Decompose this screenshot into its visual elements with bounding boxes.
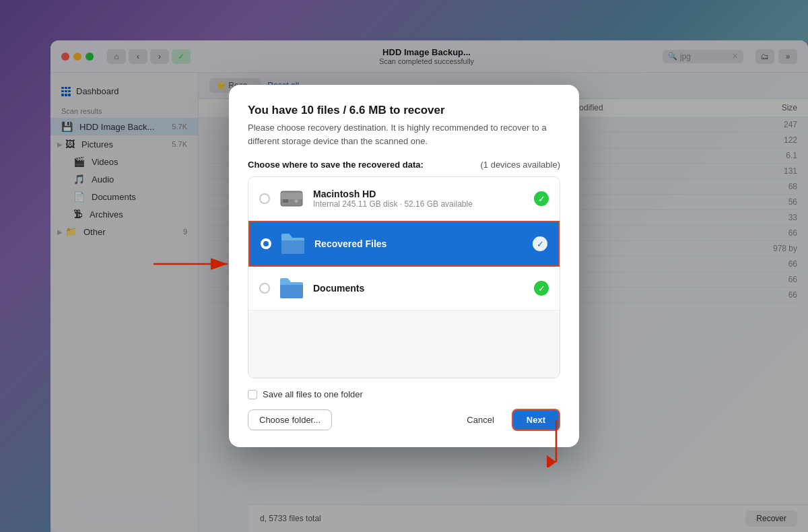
recovered-files-folder-icon [279,230,306,257]
dest-item-macintosh-hd-info: Macintosh HD Internal 245.11 GB disk · 5… [313,189,526,209]
radio-documents[interactable] [259,283,270,294]
dialog-title: You have 10 files / 6.6 MB to recover [248,104,560,117]
svg-rect-5 [281,193,302,199]
destinations-list: Macintosh HD Internal 245.11 GB disk · 5… [248,176,560,378]
action-right: Cancel Next [456,409,560,431]
dialog-subtitle: Please choose recovery destination. It i… [248,121,560,147]
save-to-folder-label: Save all files to one folder [263,389,363,399]
svg-point-7 [295,199,298,203]
recovered-files-check: ✓ [533,236,547,251]
devices-available: (1 devices available) [480,160,560,170]
dialog-overlay: You have 10 files / 6.6 MB to recover Pl… [0,0,808,532]
save-to-folder-checkbox[interactable] [248,390,257,399]
dest-label-text: Choose where to save the recovered data: [248,160,424,170]
empty-dest-area [248,310,560,378]
radio-dot [263,241,269,246]
documents-name: Documents [313,283,526,294]
radio-recovered-files[interactable] [261,238,271,249]
documents-folder-icon [278,275,305,302]
recovered-files-name: Recovered Files [314,238,525,249]
dialog-actions: Choose folder... Cancel Next [248,409,560,431]
macintosh-hd-detail: Internal 245.11 GB disk · 52.16 GB avail… [313,199,526,209]
svg-rect-6 [283,199,288,203]
svg-point-8 [300,201,301,202]
down-arrow-svg [547,420,566,467]
cancel-button[interactable]: Cancel [456,410,504,430]
radio-macintosh-hd[interactable] [259,193,270,204]
left-arrow-annotation [154,255,234,273]
dest-item-recovered-files-info: Recovered Files [314,238,525,249]
macintosh-hd-check: ✓ [534,191,549,206]
documents-check: ✓ [534,281,549,296]
arrow-svg [154,255,234,273]
macintosh-hd-name: Macintosh HD [313,189,526,199]
down-arrow-annotation [547,420,566,470]
dest-item-documents[interactable]: Documents ✓ [248,267,560,310]
recovery-dialog: You have 10 files / 6.6 MB to recover Pl… [229,85,579,447]
dialog-dest-label: Choose where to save the recovered data:… [248,160,560,170]
dest-item-documents-info: Documents [313,283,526,294]
dest-item-recovered-files[interactable]: Recovered Files ✓ [248,221,560,267]
save-to-folder-row: Save all files to one folder [248,389,560,399]
choose-folder-button[interactable]: Choose folder... [248,409,332,430]
save-to-folder-checkbox-label[interactable]: Save all files to one folder [248,389,363,399]
dest-item-macintosh-hd[interactable]: Macintosh HD Internal 245.11 GB disk · 5… [248,177,560,221]
hdd-icon [278,185,305,212]
